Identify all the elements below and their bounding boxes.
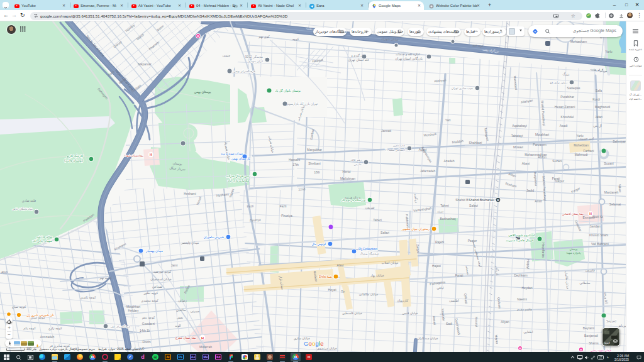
svg-text:Selamat: Selamat — [609, 202, 621, 206]
svg-text:فروشگاه پوشاک: فروشگاه پوشاک — [360, 252, 379, 255]
svg-text:فرهنگسرای بهمن: فرهنگسرای بهمن — [233, 69, 255, 73]
svg-text:Jannati: Jannati — [381, 129, 391, 133]
svg-text:Shila شیلا: Shila شیلا — [319, 275, 332, 278]
svg-text:Heshami: Heshami — [184, 192, 196, 195]
svg-text:بنیاد نخبگان خاص: بنیاد نخبگان خاص — [12, 207, 33, 211]
svg-text:خارجی: خارجی — [353, 163, 362, 166]
svg-text:Faraji: Faraji — [552, 177, 560, 180]
svg-text:لوتوس مال: لوتوس مال — [312, 243, 326, 246]
svg-text:خیابان فلسطین: خیابان فلسطین — [342, 311, 362, 315]
svg-text:Bashashaq: Bashashaq — [440, 217, 455, 221]
svg-text:میدان میوه و تره: میدان میوه و تره — [221, 151, 243, 155]
svg-text:خیابان مددکاران: خیابان مددکاران — [417, 336, 438, 340]
svg-text:تهران بازی آباد بازارسوم: تهران بازی آباد بازارسوم — [287, 102, 318, 106]
svg-text:بوستان: بوستان — [173, 161, 182, 165]
svg-text:Yarlu: Yarlu — [605, 50, 613, 53]
svg-text:Firuziya: Firuziya — [281, 214, 292, 217]
svg-text:Heydari: Heydari — [521, 286, 532, 290]
svg-text:Maghsoudi: Maghsoudi — [595, 105, 610, 109]
svg-text:Safa: Safa — [596, 89, 602, 92]
svg-text:Safavi: Safavi — [469, 204, 478, 207]
svg-text:Jadid: Jadid — [526, 189, 534, 192]
svg-text:Rajebi: Rajebi — [435, 240, 444, 244]
svg-text:اجتماعی شعبه ۱۱: اجتماعی شعبه ۱۱ — [385, 148, 405, 151]
svg-text:کوچه نهم: کوچه نهم — [99, 276, 112, 280]
svg-text:خیابان قدس: خیابان قدس — [402, 311, 418, 315]
svg-text:Ansari: Ansari — [432, 315, 436, 325]
svg-text:Safavi: Safavi — [380, 231, 389, 234]
svg-text:رستوران جوان مشهور: رستوران جوان مشهور — [401, 228, 430, 231]
svg-text:Fazli: Fazli — [247, 204, 253, 208]
svg-text:کوچه خورشید: کوچه خورشید — [153, 270, 172, 273]
svg-text:جنوبی: جنوبی — [223, 53, 231, 57]
svg-text:Vali Bahrami: Vali Bahrami — [591, 242, 609, 246]
svg-text:هاشم مقدم: هاشم مقدم — [517, 307, 532, 312]
svg-text:مجانیات نازی آباد: مجانیات نازی آباد — [228, 178, 249, 182]
svg-text:Goodarzi: Goodarzi — [142, 322, 155, 326]
svg-text:اطلسی: اطلسی — [449, 299, 459, 302]
svg-text:Mardaneh: Mardaneh — [604, 190, 619, 194]
svg-text:قاسمی: قاسمی — [585, 268, 595, 272]
svg-text:Parvanen: Parvanen — [533, 143, 547, 146]
svg-text:Farhani: Farhani — [584, 149, 594, 153]
svg-text:خیابان انقلاب: خیابان انقلاب — [381, 261, 398, 265]
svg-text:رضایی: رضایی — [178, 299, 187, 302]
svg-text:Jami: Jami — [171, 263, 178, 267]
svg-text:زمین فوتبال شرکت: زمین فوتبال شرکت — [226, 175, 250, 178]
svg-text:کوی نهم: کوی نهم — [258, 35, 270, 39]
svg-text:Dezhkam: Dezhkam — [514, 273, 527, 277]
svg-text:Hayan: Hayan — [494, 334, 499, 344]
svg-text:Heqefarias: Heqefarias — [541, 243, 545, 258]
svg-text:Hassani: Hassani — [289, 158, 300, 162]
svg-text:Hajasi: Hajasi — [432, 264, 441, 268]
svg-text:لبافی: لبافی — [436, 286, 444, 290]
svg-text:M: M — [197, 35, 199, 38]
svg-text:Heidary: Heidary — [128, 309, 139, 312]
svg-text:Margubkar: Margubkar — [307, 148, 322, 151]
svg-text:Fazli: Fazli — [280, 204, 287, 208]
svg-text:Mosayi: Mosayi — [475, 317, 479, 327]
svg-text:یادواره شهدا: یادواره شهدا — [567, 251, 582, 255]
svg-text:H: H — [150, 153, 152, 156]
svg-text:Beyrami: Beyrami — [583, 326, 594, 330]
svg-text:بوستان بهمن: بوستان بهمن — [194, 90, 211, 94]
svg-text:Matlubiyan: Matlubiyan — [340, 177, 355, 180]
svg-text:Aqababayi: Aqababayi — [512, 124, 527, 128]
svg-text:Tir: Tir — [341, 290, 345, 293]
svg-text:Seyyed: Seyyed — [606, 320, 616, 323]
svg-text:Purafshar: Purafshar — [560, 95, 574, 99]
svg-text:Roohi: Roohi — [142, 340, 150, 344]
svg-text:Tabatayi: Tabatayi — [511, 134, 523, 138]
svg-text:Shams: Shams — [589, 341, 599, 345]
svg-text:ورزشگاه مرحوم کار: ورزشگاه مرحوم کار — [341, 198, 365, 202]
svg-text:بزرگ: بزرگ — [562, 72, 569, 76]
svg-text:17th: 17th — [292, 163, 299, 167]
svg-text:Banjamali: Banjamali — [584, 334, 598, 337]
svg-text:کوچه: کوچه — [292, 37, 299, 41]
svg-text:نمایندگی 5092: نمایندگی 5092 — [245, 55, 263, 58]
svg-text:Mohebban: Mohebban — [574, 143, 589, 147]
svg-text:بوستان بانوان گل یاد: بوستان بانوان گل یاد — [275, 89, 301, 92]
svg-text:18th: 18th — [314, 170, 320, 174]
svg-text:Suzani: Suzani — [552, 159, 562, 163]
svg-text:الوند: الوند — [175, 324, 181, 327]
svg-text:بیمارستان کاشانی: بیمارستان کاشانی — [562, 212, 584, 216]
svg-text:شیرینی ماهوران: شیرینی ماهوران — [204, 236, 224, 239]
svg-text:کارتینگ کارپو: کارتینگ کارپو — [66, 154, 84, 158]
svg-text:Hoyat: Hoyat — [328, 288, 336, 292]
svg-text:فوتبال هاجر با مدیریت: فوتبال هاجر با مدیریت — [506, 239, 533, 242]
svg-text:H: H — [589, 212, 592, 216]
svg-text:Ahron: Ahron — [538, 155, 547, 159]
svg-text:Taheri: Taheri — [373, 218, 382, 222]
svg-text:صالحین: صالحین — [176, 308, 186, 312]
svg-text:Suzani: Suzani — [604, 162, 613, 165]
svg-text:خیابان بهار: خیابان بهار — [370, 273, 384, 278]
svg-text:Jafari: Jafari — [595, 115, 602, 119]
svg-text:رهبر کالای: رهبر کالای — [350, 158, 362, 162]
svg-text:بیمارستان شهدا: بیمارستان شهدا — [125, 154, 143, 157]
svg-text:شجاعی: شجاعی — [152, 285, 162, 288]
svg-text:Javidan: Javidan — [589, 224, 600, 228]
svg-text:جیب سازی تهران: جیب سازی تهران — [452, 87, 473, 90]
svg-text:Motahhari: Motahhari — [535, 133, 549, 136]
svg-text:Nikan: Nikan — [618, 184, 622, 192]
